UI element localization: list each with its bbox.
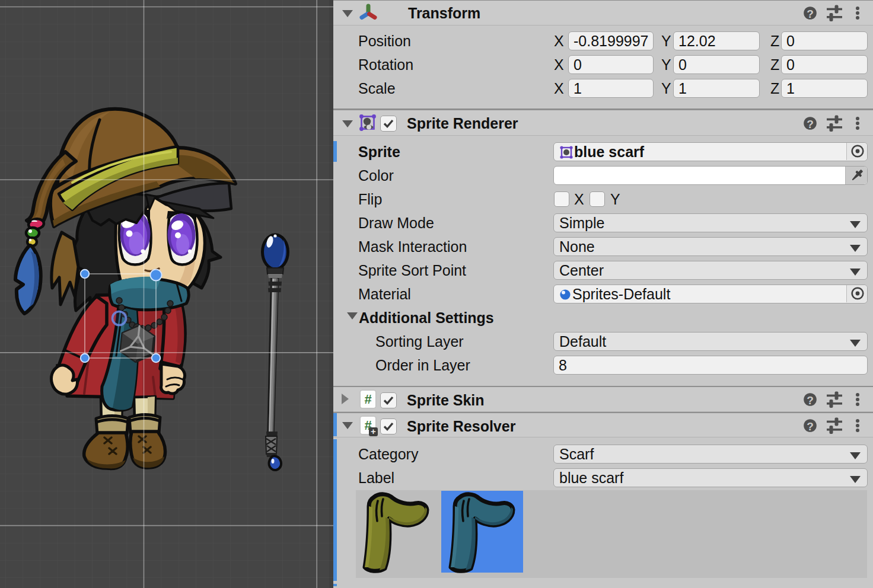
svg-text:?: ? xyxy=(807,8,814,20)
svg-text:?: ? xyxy=(807,118,814,130)
svg-text:?: ? xyxy=(807,420,814,433)
svg-text:?: ? xyxy=(807,394,814,407)
